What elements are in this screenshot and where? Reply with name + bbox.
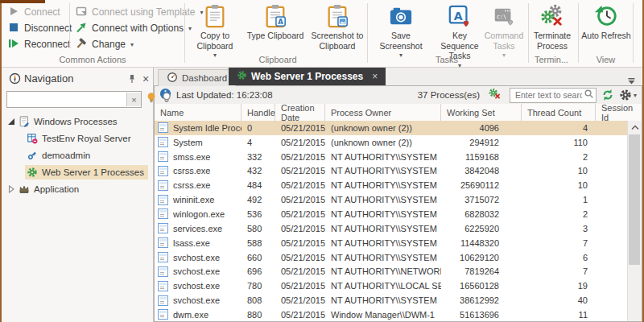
tree-item-demoadmin[interactable]: demoadmin: [2, 147, 153, 163]
connect-label: Connect: [24, 6, 60, 18]
table-row[interactable]: System405/21/2015(unknown owner (2))2949…: [155, 135, 642, 150]
cell: 05/21/2015: [275, 123, 325, 133]
tree-item-windows-processes[interactable]: Windows Processes: [2, 113, 153, 130]
table-row[interactable]: csrss.exe48405/21/2015NT AUTHORITY\\SYST…: [155, 178, 642, 192]
table-row[interactable]: svchost.exe78005/21/2015NT AUTHORITY\\LO…: [155, 279, 642, 293]
connect-button[interactable]: Connect: [8, 5, 60, 19]
cell: 580: [242, 224, 275, 233]
tree-item-label: Windows Processes: [34, 117, 118, 126]
dropdown-caret-icon: ▾: [130, 41, 134, 48]
cell: 432: [242, 166, 275, 175]
column-header-creation-date[interactable]: Creation Date: [275, 104, 325, 121]
pin-icon[interactable]: [126, 72, 138, 85]
refresh-icon[interactable]: [601, 89, 614, 101]
svg-text:c:\: c:\: [497, 13, 507, 20]
cell-name: winlogon.exe: [155, 208, 242, 219]
auto-refresh-button[interactable]: Auto Refresh: [581, 4, 631, 41]
table-row[interactable]: System Idle Process005/21/2015(unknown o…: [155, 121, 642, 135]
divider: [184, 3, 185, 63]
table-row[interactable]: winlogon.exe53605/21/2015NT AUTHORITY\\S…: [155, 207, 642, 221]
divider: [528, 3, 529, 63]
tree-item-label: Web Server 1 Processes: [42, 167, 144, 177]
tree-collapsed-arrow-icon[interactable]: [6, 185, 17, 193]
dropdown-caret-icon: ▾: [213, 51, 217, 61]
divider: [633, 3, 634, 63]
cell: 05/21/2015: [275, 152, 325, 162]
tree-item-application[interactable]: Application: [2, 180, 153, 197]
connect-with-options-button[interactable]: Connect with Options ▾: [76, 21, 192, 35]
lightbulb-on-icon[interactable]: [146, 92, 157, 107]
process-name: dwm.exe: [173, 310, 208, 320]
table-row[interactable]: lsass.exe58805/21/2015NT AUTHORITY\\SYST…: [155, 236, 642, 250]
dropdown-caret-icon: ▾: [634, 92, 637, 99]
column-header-handle[interactable]: Handle: [242, 104, 275, 121]
process-name: svchost.exe: [173, 266, 220, 276]
terminate-process-button[interactable]: Terminate Process: [530, 4, 575, 51]
table-row[interactable]: wininit.exe49205/21/2015NT AUTHORITY\\SY…: [155, 192, 642, 207]
grid-settings-gear-icon[interactable]: ▾: [619, 89, 637, 101]
scrollbar-up-arrow-icon[interactable]: [628, 121, 642, 134]
tree-expanded-arrow-icon[interactable]: [6, 118, 17, 126]
cell: 7819264: [441, 266, 522, 276]
cell: NT AUTHORITY\\SYSTEM: [325, 224, 441, 233]
cell: 05/21/2015: [275, 180, 325, 190]
grid-toolbar: Last Updated: 16:23:08 37 Process(es) ▾: [155, 86, 642, 105]
table-row[interactable]: csrss.exe43205/21/2015NT AUTHORITY\\SYST…: [155, 164, 642, 179]
camera-icon: [389, 4, 413, 28]
scrollbar-thumb[interactable]: [629, 134, 640, 265]
disconnect-button[interactable]: Disconnect: [8, 21, 72, 35]
process-window-icon: [158, 309, 168, 320]
type-clipboard-button[interactable]: A Type Clipboard: [243, 4, 308, 41]
column-header-working-set[interactable]: Working Set: [441, 104, 522, 121]
table-row[interactable]: dwm.exe88005/21/2015Window Manager\\DWM-…: [155, 308, 642, 321]
screenshot-to-clipboard-button[interactable]: Screenshot to Clipboard: [311, 4, 364, 51]
tab-label: Dashboard: [182, 73, 227, 83]
terminate-process-label-line1: Terminate: [534, 31, 571, 41]
cell: NT AUTHORITY\\SYSTEM: [325, 209, 441, 219]
column-header-process-owner[interactable]: Process Owner: [325, 104, 441, 121]
clear-filter-icon[interactable]: ×: [126, 93, 141, 106]
tree-item-web-server-1-processes[interactable]: Web Server 1 Processes: [2, 163, 153, 180]
close-panel-icon[interactable]: ×: [138, 72, 153, 85]
save-screenshot-button[interactable]: Save Screenshot ▾: [369, 4, 432, 61]
command-tasks-button[interactable]: c:\ Command Tasks ▾: [483, 4, 525, 61]
grid-search-box: [510, 88, 597, 103]
process-window-icon: [158, 252, 168, 262]
column-header-thread-count[interactable]: Thread Count: [522, 104, 596, 121]
cell: Window Manager\\DWM-1: [325, 310, 441, 320]
table-row[interactable]: smss.exe33205/21/2015NT AUTHORITY\\SYSTE…: [155, 150, 642, 164]
process-window-icon: [158, 195, 168, 205]
tab-web-server-1-processes[interactable]: Web Server 1 Processes ×: [229, 68, 386, 85]
tab-list-dropdown-icon[interactable]: [628, 73, 636, 88]
cell: 05/21/2015: [275, 195, 325, 204]
table-row[interactable]: svchost.exe80805/21/2015NT AUTHORITY\\SY…: [155, 293, 642, 308]
lightbulb-off-icon[interactable]: [161, 92, 172, 107]
process-window-icon: [158, 137, 168, 147]
change-button[interactable]: Change ▾: [76, 37, 134, 52]
navigation-search-row: ×: [6, 91, 150, 108]
reconnect-button[interactable]: Reconnect: [8, 37, 70, 52]
tree-item-testenv-royal-server[interactable]: TestEnv Royal Server: [2, 130, 153, 147]
cell: 38612992: [441, 295, 522, 305]
table-row[interactable]: services.exe58005/21/2015NT AUTHORITY\\S…: [155, 221, 642, 236]
cell: NT AUTHORITY\\SYSTEM: [325, 180, 441, 190]
grid-search-input[interactable]: [514, 89, 584, 101]
royal-server-icon: [27, 133, 38, 144]
navigation-filter-input[interactable]: [7, 93, 126, 105]
tab-dashboard[interactable]: Dashboard: [158, 69, 236, 86]
vertical-scrollbar[interactable]: [627, 121, 642, 321]
process-name: winlogon.exe: [173, 209, 225, 219]
cell: 1: [522, 195, 596, 204]
column-header-session-id[interactable]: Session Id: [596, 104, 642, 121]
table-row[interactable]: svchost.exe66005/21/2015NT AUTHORITY\\SY…: [155, 250, 642, 265]
cell-name: svchost.exe: [155, 252, 242, 262]
divider: [69, 3, 70, 48]
copy-to-clipboard-button[interactable]: Copy to Clipboard ▾: [190, 4, 240, 61]
connect-with-options-label: Connect with Options: [92, 23, 184, 34]
terminate-process-small-icon[interactable]: [488, 87, 502, 103]
cell: NT AUTHORITY\\SYSTEM: [325, 238, 441, 248]
tab-close-icon[interactable]: ×: [372, 71, 378, 82]
process-name: System: [173, 138, 203, 147]
cell: 10: [522, 180, 596, 190]
table-row[interactable]: svchost.exe69605/21/2015NT AUTHORITY\\NE…: [155, 264, 642, 279]
